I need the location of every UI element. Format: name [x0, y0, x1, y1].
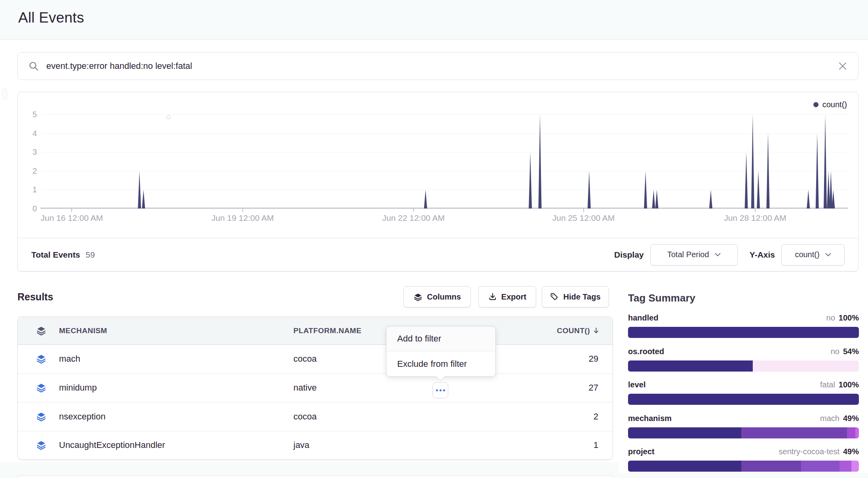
layers-icon [413, 292, 423, 302]
data-spike[interactable] [767, 133, 770, 209]
x-axis-tickmark [71, 209, 72, 212]
data-spike[interactable] [832, 190, 835, 209]
tag-name: mechanism [628, 414, 672, 423]
tag-bar-segment[interactable] [851, 461, 859, 472]
tag-icon [550, 292, 559, 301]
data-spike[interactable] [138, 171, 141, 209]
data-spike[interactable] [644, 171, 647, 209]
cell-count[interactable]: 29 [486, 354, 613, 364]
tag-distribution-bar[interactable] [628, 360, 859, 372]
data-spike[interactable] [751, 114, 754, 209]
tag-top-value: no [831, 347, 839, 356]
cell-actions-button[interactable] [432, 382, 448, 398]
results-heading: Results [17, 291, 53, 303]
columns-button-label: Columns [427, 292, 461, 302]
data-spike[interactable] [829, 171, 832, 209]
hide-tags-button[interactable]: Hide Tags [542, 286, 609, 307]
tag-bar-segment[interactable] [628, 394, 859, 405]
tag-summary-heading: Tag Summary [628, 292, 859, 304]
column-header-count[interactable]: COUNT() [486, 326, 613, 335]
tag-percent: 49% [843, 414, 859, 423]
tag-bar-segment[interactable] [628, 461, 741, 472]
tag-name: project [628, 447, 655, 456]
tag-bar-segment[interactable] [847, 427, 855, 438]
tag-name: level [628, 380, 645, 389]
data-spike[interactable] [709, 190, 712, 209]
search-input[interactable]: event.type:error handled:no level:fatal [46, 61, 838, 71]
tag-bar-segment[interactable] [741, 461, 801, 472]
panel-drag-handle[interactable] [2, 89, 7, 100]
results-table: MECHANISM PLATFORM.NAME COUNT() mach coc… [17, 317, 613, 460]
column-header-mechanism[interactable]: MECHANISM [59, 326, 293, 335]
tag-top-value: fatal [820, 380, 835, 389]
tag-top-value: sentry-cocoa-test [779, 447, 839, 456]
yaxis-select-value: count() [795, 250, 819, 259]
data-spike[interactable] [824, 114, 827, 209]
count-series-spikes[interactable] [42, 114, 848, 209]
export-button[interactable]: Export [478, 286, 536, 307]
cell-mechanism[interactable]: mach [59, 354, 293, 364]
data-spike[interactable] [745, 152, 748, 209]
chart-legend[interactable]: count() [813, 100, 847, 109]
close-icon[interactable] [838, 61, 848, 71]
tag-bar-segment[interactable] [839, 461, 851, 472]
data-spike[interactable] [142, 190, 145, 209]
display-select-value: Total Period [667, 250, 709, 259]
tag-summary: Tag Summary handled no 100% os.rooted no… [628, 292, 859, 478]
cell-count[interactable]: 27 [486, 383, 613, 393]
cell-mechanism[interactable]: minidump [59, 383, 293, 393]
tag-distribution-bar[interactable] [628, 461, 859, 472]
tag-distribution-bar[interactable] [628, 427, 859, 438]
cell-mechanism[interactable]: UncaughtExceptionHandler [59, 440, 293, 450]
tag-bar-segment[interactable] [855, 427, 859, 438]
data-spike[interactable] [539, 114, 542, 209]
table-body: mach cocoa 29 minidump native 27 nsexcep… [18, 345, 613, 459]
data-spike[interactable] [757, 171, 760, 209]
display-select[interactable]: Total Period [650, 244, 738, 266]
data-spike[interactable] [816, 133, 819, 209]
data-spike[interactable] [588, 171, 591, 209]
tag-bar-segment[interactable] [628, 427, 741, 438]
table-row[interactable]: UncaughtExceptionHandler java 1 [18, 431, 613, 460]
data-spike[interactable] [807, 190, 810, 209]
data-spike[interactable] [655, 190, 659, 209]
tag-bar-segment[interactable] [801, 461, 839, 472]
data-spike[interactable] [652, 190, 655, 209]
x-axis-tickmark [755, 209, 756, 212]
cell-count[interactable]: 2 [486, 412, 613, 422]
cell-platform[interactable]: cocoa [293, 412, 486, 422]
yaxis-select[interactable]: count() [781, 244, 845, 266]
page-header-band: All Events [0, 0, 868, 40]
data-spike[interactable] [424, 190, 427, 209]
cell-count[interactable]: 1 [486, 440, 613, 450]
table-row[interactable]: nsexception cocoa 2 [18, 402, 613, 431]
tag-bar-segment[interactable] [753, 360, 859, 372]
tag-bar-segment[interactable] [741, 427, 847, 438]
cell-platform[interactable]: java [293, 440, 486, 450]
tag-distribution-bar[interactable] [628, 394, 859, 405]
tag-percent: 54% [843, 347, 859, 356]
search-bar[interactable]: event.type:error handled:no level:fatal [17, 52, 858, 80]
data-spike[interactable] [529, 152, 532, 209]
layers-icon [18, 440, 59, 450]
ellipsis-icon [436, 389, 438, 391]
y-axis-tick-label: 0 [18, 204, 37, 213]
chart-footer: Total Events 59 Display Total Period Y-A… [18, 238, 858, 271]
tag-distribution-bar[interactable] [628, 327, 859, 338]
x-axis-tickmark [583, 209, 584, 212]
menu-item-add-to-filter[interactable]: Add to filter [386, 326, 495, 351]
tag-bar-segment[interactable] [628, 327, 859, 338]
chevron-down-icon [715, 253, 721, 256]
tag-percent: 49% [843, 447, 859, 456]
tag-summary-item: level fatal 100% [628, 380, 859, 405]
table-row[interactable]: minidump native 27 [18, 374, 613, 402]
tag-bar-segment[interactable] [628, 360, 753, 372]
table-row[interactable]: mach cocoa 29 [18, 345, 613, 374]
all-events-page: All Events event.type:error handled:no l… [0, 0, 868, 478]
page-title: All Events [18, 9, 84, 26]
cell-mechanism[interactable]: nsexception [59, 412, 293, 422]
cell-platform[interactable]: native [293, 383, 486, 393]
columns-button[interactable]: Columns [404, 286, 471, 307]
ghost-point [167, 116, 170, 119]
y-axis-tick-label: 2 [18, 166, 37, 176]
